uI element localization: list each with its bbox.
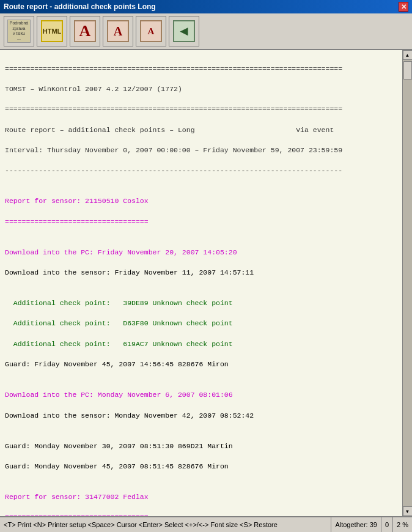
html-button[interactable]: HTML bbox=[37, 16, 67, 46]
main-area: ========================================… bbox=[0, 50, 412, 516]
separator-line-1: ========================================… bbox=[5, 65, 342, 73]
scroll-track[interactable] bbox=[403, 60, 412, 506]
scroll-down-button[interactable]: ▼ bbox=[403, 506, 413, 516]
status-zoom: 2 % bbox=[393, 517, 412, 532]
html-icon: HTML bbox=[42, 20, 62, 42]
status-bar: <T> Print <N> Printer setup <Space> Curs… bbox=[0, 516, 412, 532]
toolbar: Podrobnázprávav tisku... HTML A A A ◄ bbox=[0, 13, 412, 50]
zoom-text: 2 % bbox=[397, 521, 408, 528]
dl1-pc: Download into the PC: Friday November 20… bbox=[5, 248, 237, 256]
report-content[interactable]: ========================================… bbox=[0, 50, 402, 516]
back-icon: ◄ bbox=[177, 23, 191, 39]
scroll-thumb[interactable] bbox=[403, 61, 412, 79]
scrollbar[interactable]: ▲ ▼ bbox=[402, 50, 412, 516]
hotkeys-text: <T> Print <N> Printer setup <Space> Curs… bbox=[4, 521, 278, 528]
count-text: 0 bbox=[385, 521, 389, 528]
font-large-button[interactable]: A bbox=[70, 16, 100, 46]
print-icon: Podrobnázprávav tisku... bbox=[7, 20, 31, 43]
font-medium-icon: A bbox=[114, 25, 122, 37]
sensor2-header: Report for sensor: 31477002 Fedlax bbox=[5, 493, 149, 501]
altogether-text: Altogether: 39 bbox=[335, 521, 377, 528]
font-medium-button[interactable]: A bbox=[103, 16, 133, 46]
interval-line: Interval: Thursday November 0, 2007 00:0… bbox=[5, 146, 342, 154]
font-small-icon: A bbox=[148, 27, 155, 36]
sensor1-header: Report for sensor: 21150510 Coslox bbox=[5, 197, 149, 205]
guard1: Guard: Friday November 45, 2007 14:56:45… bbox=[5, 360, 229, 368]
status-hotkeys: <T> Print <N> Printer setup <Space> Curs… bbox=[0, 517, 331, 532]
sensor2-separator: ================================== bbox=[5, 513, 149, 516]
separator-line-2: ========================================… bbox=[5, 105, 342, 113]
header-line: TOMST – WinKontrol 2007 4.2 12/2007 (177… bbox=[5, 85, 182, 93]
back-button[interactable]: ◄ bbox=[169, 16, 199, 46]
window-title: Route report - additional check points L… bbox=[4, 2, 156, 11]
check3: Additional check point: 619AC7 Unknown c… bbox=[5, 340, 233, 348]
guard3: Guard: Monday November 45, 2007 08:51:45… bbox=[5, 462, 229, 470]
dl2-sensor: Download into the sensor: Monday Novembe… bbox=[5, 412, 254, 419]
dl1-sensor: Download into the sensor: Friday Novembe… bbox=[5, 268, 254, 276]
title-bar: Route report - additional check points L… bbox=[0, 0, 412, 13]
status-altogether: Altogether: 39 bbox=[331, 517, 381, 532]
print-preview-button[interactable]: Podrobnázprávav tisku... bbox=[4, 16, 34, 46]
check2: Additional check point: D63F80 Unknown c… bbox=[5, 319, 233, 327]
scroll-up-button[interactable]: ▲ bbox=[403, 50, 413, 60]
guard2: Guard: Monday November 30, 2007 08:51:30… bbox=[5, 442, 233, 450]
font-small-button[interactable]: A bbox=[136, 16, 166, 46]
sensor1-separator: ================================== bbox=[5, 218, 149, 226]
check1: Additional check point: 39DE89 Unknown c… bbox=[5, 299, 233, 307]
dl2-pc: Download into the PC: Monday November 6,… bbox=[5, 391, 233, 399]
status-count: 0 bbox=[381, 517, 393, 532]
close-button[interactable]: ✕ bbox=[399, 2, 408, 12]
title-line: Route report – additional check points –… bbox=[5, 126, 334, 134]
separator-line-3: ----------------------------------------… bbox=[5, 166, 342, 174]
font-large-icon: A bbox=[79, 23, 91, 39]
